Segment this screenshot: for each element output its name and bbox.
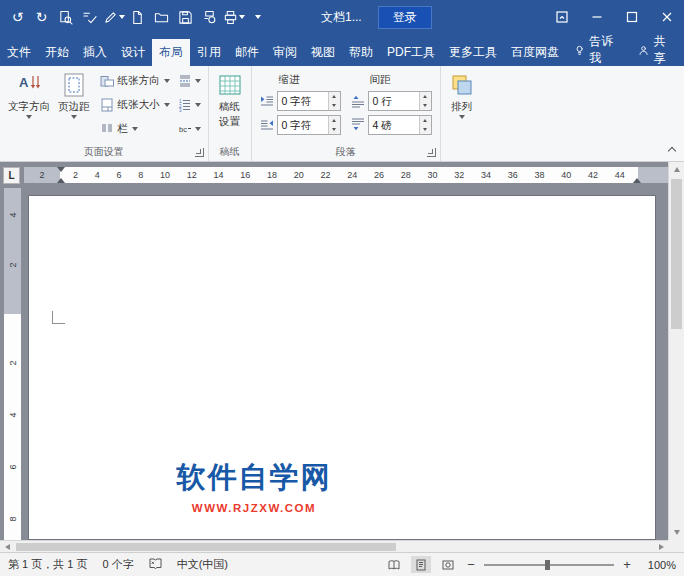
horizontal-ruler[interactable]: 2 24681012141618202224262830323436384042… [24, 167, 668, 183]
tab-review[interactable]: 审阅 [266, 39, 304, 66]
tab-pdf-tools[interactable]: PDF工具 [380, 39, 442, 66]
document-canvas[interactable]: 42 2468 软件自学网 WWW.RJZXW.COM [0, 188, 668, 540]
spacing-before-value: 0 行 [369, 92, 419, 110]
ruler-number: 20 [294, 170, 304, 180]
first-line-indent-marker[interactable] [57, 167, 65, 172]
paper-size-label: 纸张大小 [118, 98, 160, 112]
tab-mailings[interactable]: 邮件 [228, 39, 266, 66]
tab-selector[interactable]: L [3, 167, 20, 184]
quick-print-button[interactable] [222, 4, 245, 30]
scroll-down-button[interactable] [669, 525, 684, 540]
customize-qat-button[interactable] [246, 4, 269, 30]
web-layout-button[interactable] [438, 556, 458, 573]
undo-icon: ↺ [12, 9, 24, 25]
paper-size-button[interactable]: 纸张大小 [96, 93, 174, 116]
ruler-number: 32 [454, 170, 464, 180]
breaks-button[interactable] [175, 69, 204, 92]
undo-button[interactable]: ↺ [6, 4, 29, 30]
language-status[interactable]: 中文(中国) [177, 557, 228, 572]
save-button[interactable] [174, 4, 197, 30]
right-indent-marker[interactable] [633, 178, 641, 183]
spacing-before-stepper[interactable] [419, 92, 431, 110]
zoom-slider-thumb[interactable] [545, 560, 550, 570]
left-indent-marker[interactable] [57, 178, 65, 183]
print-preview-button[interactable] [54, 4, 77, 30]
ribbon-display-options-button[interactable] [544, 0, 579, 34]
collapse-ribbon-button[interactable] [668, 147, 676, 155]
line-numbers-button[interactable]: 123 [175, 93, 204, 116]
spelling-check-button[interactable] [78, 4, 101, 30]
spacing-after-input[interactable]: 4 磅 [368, 115, 432, 135]
minimize-button[interactable] [579, 0, 614, 34]
arrange-label: 排列 [451, 100, 472, 113]
word-count-status[interactable]: 0 个字 [102, 557, 133, 572]
zoom-level[interactable]: 100% [640, 559, 676, 571]
zoom-slider[interactable] [484, 564, 614, 566]
chevron-down-icon [132, 127, 138, 131]
tab-layout[interactable]: 布局 [152, 39, 190, 66]
page-number-status[interactable]: 第 1 页，共 1 页 [8, 557, 87, 572]
ruler-number: 24 [347, 170, 357, 180]
tell-me-button[interactable]: 告诉我 [566, 34, 628, 66]
pen-tool-button[interactable] [102, 4, 125, 30]
title-bar: ↺ ↻ 文档1... 登录 [0, 0, 684, 34]
zoom-in-button[interactable]: + [621, 557, 633, 572]
indent-left-stepper[interactable] [328, 92, 340, 110]
chevron-down-icon [195, 79, 201, 83]
spacing-after-value: 4 磅 [369, 116, 419, 134]
indent-left-input[interactable]: 0 字符 [277, 91, 341, 111]
text-direction-button[interactable]: A 文字方向 [4, 69, 54, 141]
close-icon [661, 11, 673, 23]
vertical-scroll-thumb[interactable] [671, 179, 682, 329]
watermark: 软件自学网 WWW.RJZXW.COM [164, 458, 344, 514]
horizontal-scroll-thumb[interactable] [16, 543, 396, 551]
document-page[interactable]: 软件自学网 WWW.RJZXW.COM [28, 195, 656, 540]
vertical-scrollbar[interactable] [668, 162, 684, 540]
ruler-number: 2 [7, 360, 17, 365]
check-lines-icon [82, 10, 97, 25]
tab-insert[interactable]: 插入 [76, 39, 114, 66]
orientation-button[interactable]: 纸张方向 [96, 69, 174, 92]
open-folder-icon [154, 10, 169, 25]
paragraph-dialog-launcher[interactable] [427, 148, 436, 157]
read-mode-button[interactable] [384, 556, 404, 573]
close-button[interactable] [649, 0, 684, 34]
arrange-button[interactable]: 排列 [445, 69, 479, 141]
manuscript-setup-button[interactable]: 稿纸 设置 [213, 69, 247, 141]
login-button[interactable]: 登录 [378, 6, 432, 29]
print-preview-edit-button[interactable] [198, 4, 221, 30]
tab-help[interactable]: 帮助 [342, 39, 380, 66]
margins-button[interactable]: 页边距 [54, 69, 94, 141]
new-document-button[interactable] [126, 4, 149, 30]
ruler-number: 2 [73, 170, 78, 180]
columns-label: 栏 [118, 122, 129, 136]
ribbon-tab-bar: 文件 开始 插入 设计 布局 引用 邮件 审阅 视图 帮助 PDF工具 更多工具… [0, 34, 684, 66]
zoom-out-button[interactable]: − [465, 557, 477, 572]
vertical-ruler[interactable]: 42 2468 [4, 188, 21, 540]
tab-more-tools[interactable]: 更多工具 [442, 39, 504, 66]
columns-button[interactable]: 栏 [96, 117, 174, 140]
text-direction-icon: A [16, 72, 42, 98]
tab-baidu-pan[interactable]: 百度网盘 [504, 39, 566, 66]
open-file-button[interactable] [150, 4, 173, 30]
spacing-before-input[interactable]: 0 行 [368, 91, 432, 111]
indent-right-stepper[interactable] [328, 116, 340, 134]
indent-right-icon [260, 118, 274, 132]
tab-view[interactable]: 视图 [304, 39, 342, 66]
horizontal-scrollbar[interactable] [0, 540, 668, 552]
hyphenation-button[interactable]: bc [175, 117, 204, 140]
proofing-status-button[interactable] [149, 557, 162, 572]
indent-right-input[interactable]: 0 字符 [277, 115, 341, 135]
spacing-after-stepper[interactable] [419, 116, 431, 134]
scroll-up-button[interactable] [669, 162, 684, 177]
print-layout-button[interactable] [411, 556, 431, 573]
tab-file[interactable]: 文件 [0, 39, 38, 66]
tab-home[interactable]: 开始 [38, 39, 76, 66]
page-setup-dialog-launcher[interactable] [195, 148, 204, 157]
tab-references[interactable]: 引用 [190, 39, 228, 66]
paper-size-icon [100, 98, 114, 112]
share-button[interactable]: 共享 [628, 34, 684, 66]
redo-button[interactable]: ↻ [30, 4, 53, 30]
maximize-button[interactable] [614, 0, 649, 34]
tab-design[interactable]: 设计 [114, 39, 152, 66]
